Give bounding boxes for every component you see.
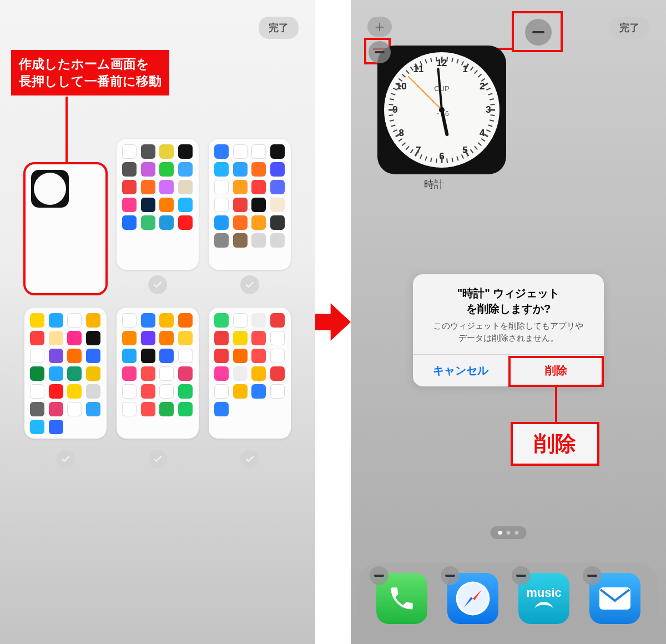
app-icon bbox=[270, 384, 285, 399]
clock-widget[interactable]: 123456789101112CUP・16 bbox=[377, 46, 506, 174]
clock-tick bbox=[441, 157, 443, 163]
clock-tick bbox=[488, 124, 492, 127]
app-icon bbox=[141, 215, 155, 230]
app-icon bbox=[178, 215, 193, 230]
minus-icon bbox=[374, 575, 384, 577]
clock-tick bbox=[390, 119, 394, 122]
home-page-thumb-4[interactable] bbox=[24, 308, 107, 439]
alert-cancel-button[interactable]: キャンセル bbox=[413, 355, 509, 386]
app-icon bbox=[251, 162, 266, 177]
app-icon bbox=[270, 180, 285, 194]
clock-tick bbox=[486, 88, 491, 90]
clock-tick bbox=[391, 124, 395, 127]
app-icon bbox=[214, 233, 229, 248]
app-icon bbox=[251, 233, 266, 248]
clock-tick bbox=[390, 98, 394, 100]
app-icon bbox=[214, 313, 229, 328]
app-icon bbox=[86, 331, 100, 345]
dock-app-phone[interactable] bbox=[376, 573, 427, 624]
clock-tick bbox=[456, 59, 458, 63]
app-icon bbox=[214, 384, 229, 399]
clock-tick bbox=[441, 57, 443, 63]
app-icon bbox=[67, 384, 82, 399]
app-icon bbox=[251, 180, 266, 194]
app-icon bbox=[141, 162, 155, 177]
app-icon bbox=[178, 349, 193, 363]
app-icon bbox=[178, 384, 193, 399]
home-page-thumb-3[interactable] bbox=[209, 139, 291, 270]
app-icon bbox=[86, 313, 100, 328]
app-icon bbox=[49, 402, 63, 416]
app-icon bbox=[86, 384, 100, 399]
clock-tick bbox=[389, 104, 393, 105]
dock-app-mail[interactable] bbox=[589, 573, 640, 624]
minus-icon bbox=[587, 575, 597, 577]
app-icon bbox=[251, 349, 266, 363]
app-icon bbox=[178, 313, 193, 328]
app-icon bbox=[30, 313, 44, 328]
clock-tick bbox=[436, 158, 437, 163]
app-icon bbox=[49, 384, 63, 399]
app-icon bbox=[159, 384, 174, 399]
app-icon bbox=[30, 384, 44, 399]
done-button-right[interactable]: 完了 bbox=[609, 17, 649, 39]
app-icon bbox=[214, 366, 229, 381]
app-icon bbox=[67, 366, 82, 381]
page-dot bbox=[515, 531, 519, 535]
app-icon bbox=[159, 180, 174, 194]
minus-icon bbox=[445, 575, 455, 577]
check-icon bbox=[60, 454, 70, 464]
top-remove-badge[interactable] bbox=[525, 19, 552, 46]
page-visible-check-5[interactable] bbox=[148, 450, 167, 469]
clock-tick bbox=[389, 114, 393, 116]
clock-tick bbox=[490, 114, 495, 116]
app-icon bbox=[122, 144, 137, 159]
app-icon bbox=[141, 198, 155, 212]
remove-badge[interactable] bbox=[370, 566, 389, 585]
page-thumb-col-2 bbox=[117, 139, 199, 294]
instruction-callout: 作成したホーム画面を 長押しして一番前に移動 bbox=[11, 50, 169, 95]
home-page-thumb-5[interactable] bbox=[117, 308, 199, 439]
clock-tick bbox=[486, 129, 491, 132]
clock-tick bbox=[446, 57, 448, 61]
app-icon bbox=[270, 349, 285, 363]
clock-pin bbox=[439, 107, 445, 113]
page-visible-check-2[interactable] bbox=[148, 275, 167, 294]
dock-app-safari[interactable] bbox=[447, 573, 498, 624]
app-icon bbox=[270, 313, 285, 328]
app-icon bbox=[122, 198, 137, 212]
home-pages-grid bbox=[24, 139, 291, 469]
clock-tick bbox=[410, 149, 413, 154]
page-dot bbox=[498, 531, 502, 535]
app-icon bbox=[159, 349, 174, 363]
app-icon bbox=[122, 384, 137, 399]
clock-tick bbox=[406, 146, 410, 150]
home-page-thumb-2[interactable] bbox=[117, 139, 199, 270]
remove-badge[interactable] bbox=[583, 566, 602, 585]
home-page-thumb-1[interactable] bbox=[24, 163, 107, 294]
app-icon bbox=[233, 349, 248, 363]
done-button-left[interactable]: 完了 bbox=[259, 17, 299, 39]
page-indicator[interactable] bbox=[491, 526, 527, 539]
page-visible-check-3[interactable] bbox=[240, 275, 259, 294]
app-icon bbox=[159, 402, 174, 416]
check-icon bbox=[153, 280, 163, 290]
app-icon bbox=[214, 215, 229, 230]
app-icon bbox=[159, 162, 174, 177]
remove-badge[interactable] bbox=[512, 566, 531, 585]
app-icon bbox=[141, 402, 155, 416]
remove-badge[interactable] bbox=[441, 566, 460, 585]
app-icon bbox=[214, 331, 229, 345]
app-icon bbox=[233, 233, 248, 248]
clock-tick bbox=[425, 59, 427, 63]
page-visible-check-4[interactable] bbox=[56, 450, 75, 469]
app-icon bbox=[141, 366, 155, 381]
page-visible-check-6[interactable] bbox=[240, 450, 259, 469]
app-icon bbox=[159, 215, 174, 230]
dock-app-music[interactable]: music bbox=[518, 573, 569, 624]
widget-remove-badge[interactable] bbox=[369, 41, 391, 63]
highlight-delete-connector bbox=[555, 386, 557, 424]
app-icon bbox=[178, 366, 193, 381]
add-widget-button[interactable]: ＋ bbox=[367, 17, 392, 37]
home-page-thumb-6[interactable] bbox=[209, 308, 291, 439]
